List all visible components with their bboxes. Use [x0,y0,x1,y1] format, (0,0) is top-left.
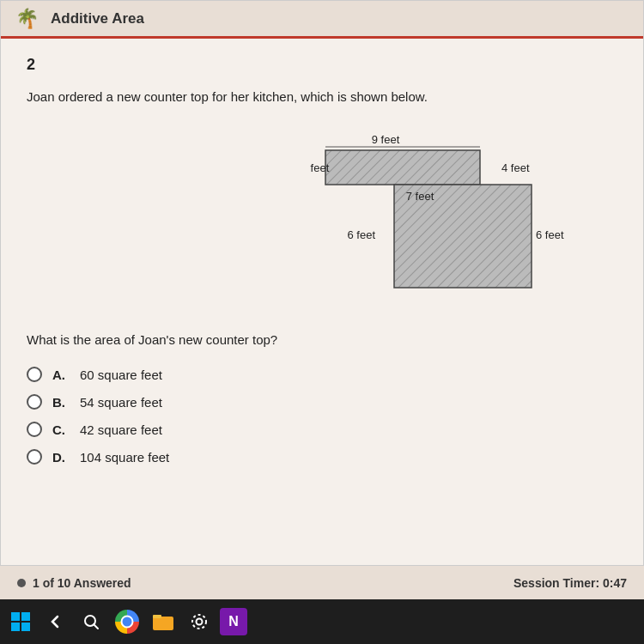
answer-text-b: 54 square feet [80,395,162,410]
radio-b[interactable] [27,394,42,410]
chrome-button[interactable] [112,606,143,637]
progress-dot [17,579,26,587]
label-6feet-left: 6 feet [347,228,375,241]
answer-choice-a[interactable]: A. 60 square feet [27,367,617,382]
answer-letter-c: C. [52,422,70,437]
onenote-button[interactable]: N [220,608,247,635]
svg-point-15 [192,615,206,629]
diagram-area: 9 feet 2 feet 4 feet 7 feet 6 feet 6 fee… [27,125,617,313]
bottom-bar: 1 of 10 Answered Session Timer: 0:47 [0,565,644,599]
answer-choice-c[interactable]: C. 42 square feet [27,422,617,437]
answer-letter-a: A. [52,368,70,382]
app-logo: 🌴 [11,3,42,34]
svg-rect-7 [11,623,20,631]
answer-letter-d: D. [52,450,70,465]
back-button[interactable] [39,606,70,637]
progress-text: 1 of 10 Answered [33,576,131,590]
radio-a[interactable] [27,367,42,382]
question-number: 2 [27,56,617,74]
label-9feet: 9 feet [372,133,400,146]
session-timer: Session Timer: 0:47 [513,576,627,590]
radio-d[interactable] [27,449,42,465]
windows-start-button[interactable] [7,608,34,635]
svg-line-10 [94,624,98,629]
title-bar: 🌴 Additive Area [1,1,643,39]
label-7feet: 7 feet [406,190,434,203]
answer-text-c: 42 square feet [80,422,162,437]
label-2feet: 2 feet [308,161,330,174]
svg-rect-8 [21,623,30,631]
answer-text-d: 104 square feet [80,450,169,465]
content-area: 2 Joan ordered a new counter top for her… [1,39,643,482]
settings-button[interactable] [184,606,215,637]
app-title: Additive Area [51,10,144,27]
svg-rect-13 [153,615,161,618]
svg-point-14 [197,619,203,625]
answer-choice-b[interactable]: B. 54 square feet [27,394,617,410]
progress-area: 1 of 10 Answered [17,576,131,590]
counter-diagram: 9 feet 2 feet 4 feet 7 feet 6 feet 6 fee… [308,125,600,305]
question-text: Joan ordered a new counter top for her k… [27,88,617,107]
files-button[interactable] [148,606,179,637]
label-6feet-right: 6 feet [536,228,564,241]
app-window: 🌴 Additive Area 2 Joan ordered a new cou… [0,0,644,599]
radio-c[interactable] [27,422,42,437]
taskbar: N [0,599,644,644]
svg-rect-5 [11,612,20,621]
answer-letter-b: B. [52,395,70,410]
svg-rect-6 [21,612,30,621]
answer-text-a: 60 square feet [80,368,162,382]
svg-rect-2 [325,150,480,185]
search-button[interactable] [76,606,106,637]
answer-choices: A. 60 square feet B. 54 square feet C. 4… [27,367,617,465]
label-4feet: 4 feet [501,161,530,174]
answer-choice-d[interactable]: D. 104 square feet [27,449,617,465]
question-subtext: What is the area of Joan's new counter t… [27,331,617,350]
